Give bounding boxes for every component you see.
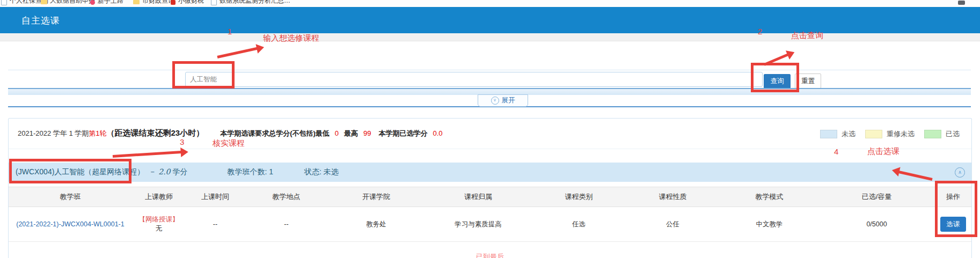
col-place: 教学地点 <box>245 187 328 207</box>
credit-max-value: 99 <box>363 129 371 137</box>
bookmark-label: 大数据自助申报 <box>50 0 95 7</box>
course-credit-unit: 学分 <box>172 167 187 176</box>
course-dash: － <box>149 167 156 176</box>
page-icon <box>211 0 217 5</box>
cell-belong: 学习与素质提高 <box>425 207 532 242</box>
class-table: 教学班 上课教师 上课时间 教学地点 开课学院 课程归属 课程类别 课程性质 教… <box>9 187 972 242</box>
red-square-icon <box>171 0 175 5</box>
page-title: 自主选课 <box>21 14 60 27</box>
col-time: 上课时间 <box>186 187 245 207</box>
cell-class-code: (2021-2022-1)-JWCX004-WL0001-1 <box>9 207 132 242</box>
cell-time: -- <box>186 207 245 242</box>
cell-mode: 中文教学 <box>720 207 819 242</box>
folder-icon <box>41 0 47 4</box>
legend-swatch-retake <box>865 130 882 138</box>
semester-round: 第1轮 <box>89 129 106 138</box>
legend-swatch-unselected <box>820 130 837 138</box>
course-credit-value: 2.0 <box>158 167 170 176</box>
bookmark-label: 小微财税 <box>178 0 204 7</box>
legend-label: 未选 <box>842 129 855 139</box>
page-icon <box>1 0 7 5</box>
legend-item-selected: 已选 <box>924 129 960 139</box>
cell-nature: 公任 <box>626 207 720 242</box>
legend-label: 已选 <box>946 129 960 139</box>
credit-req-label: 本学期选课要求总学分(不包括)最低 <box>220 129 330 138</box>
course-status: 状态: 未选 <box>304 167 339 177</box>
selected-credit-value: 0.0 <box>433 129 443 137</box>
class-code-link[interactable]: (2021-2022-1)-JWCX004-WL0001-1 <box>16 220 124 228</box>
credit-max-label: 最高 <box>344 129 358 138</box>
cell-place: -- <box>245 207 328 242</box>
annotation-arrow-1 <box>217 47 257 58</box>
annotation-rect-course-title <box>9 159 131 183</box>
bookmark-item[interactable]: 新手上路 <box>90 0 123 7</box>
expand-toggle[interactable]: ∨ 展开 <box>478 94 528 107</box>
annotation-rect-query-button <box>751 63 799 92</box>
legend-swatch-selected <box>924 130 941 138</box>
annotation-step3-label: 核实课程 <box>213 138 245 149</box>
course-search-input[interactable] <box>185 72 763 87</box>
annotation-step1-number: 1 <box>228 27 232 36</box>
header-sub-bar <box>0 33 980 41</box>
col-category: 课程类别 <box>532 187 626 207</box>
selected-credit-label: 本学期已选学分 <box>379 129 428 138</box>
col-teacher: 上课教师 <box>132 187 186 207</box>
course-credit: － 2.0 学分 <box>149 167 187 177</box>
app-header: 自主选课 <box>0 7 980 33</box>
cell-college: 教务处 <box>328 207 425 242</box>
annotation-step4-label: 点击选课 <box>867 146 899 157</box>
bookmark-label: 新手上路 <box>98 0 123 7</box>
cell-category: 任选 <box>532 207 626 242</box>
selection-countdown: （距选课结束还剩23小时） <box>106 128 204 138</box>
class-count: 教学班个数: 1 <box>227 167 273 177</box>
end-of-list-text: 已到最后 <box>9 252 971 258</box>
cell-capacity: 0/5000 <box>819 207 934 242</box>
chevron-up-circle-icon[interactable]: ∧ <box>955 167 965 178</box>
annotation-rect-select-button <box>935 181 977 237</box>
table-row: (2021-2022-1)-JWCX004-WL0001-1 【网络授课】 无 … <box>9 207 972 242</box>
folder-icon <box>133 0 140 4</box>
cell-teacher: 【网络授课】 无 <box>132 207 186 242</box>
divider <box>9 149 971 149</box>
col-mode: 教学模式 <box>720 187 819 207</box>
bookmark-item[interactable]: 数据系统监测分析汇总… <box>211 0 290 7</box>
col-nature: 课程性质 <box>626 187 720 207</box>
annotation-step1-label: 输入想选修课程 <box>263 33 319 43</box>
course-group-header[interactable]: (JWCX004)人工智能（超星网络课程） － 2.0 学分 教学班个数: 1 … <box>9 163 971 182</box>
col-college: 开课学院 <box>328 187 425 207</box>
bookmark-item[interactable]: 大数据自助申报 <box>41 0 95 7</box>
annotation-rect-search-input <box>172 61 235 89</box>
annotation-step3-number: 3 <box>180 137 184 146</box>
legend-label: 重修未选 <box>887 129 915 139</box>
status-legend: 未选 重修未选 已选 <box>820 129 960 139</box>
expand-label: 展开 <box>502 96 515 105</box>
teacher-name: 无 <box>133 224 185 233</box>
legend-item-unselected: 未选 <box>820 129 855 139</box>
bookmark-item[interactable]: 小微财税 <box>171 0 204 7</box>
bookmark-label: 市财政查询 <box>142 0 174 7</box>
red-dot-icon <box>90 0 95 5</box>
bookmarks-bar: 个人社保查询 大数据自助申报 新手上路 市财政查询 小微财税 数据系统监测分析汇… <box>0 0 980 7</box>
online-teaching-tag: 【网络授课】 <box>133 215 185 224</box>
col-belong: 课程归属 <box>425 187 532 207</box>
semester-term: 2021-2022 学年 1 学期 <box>18 129 89 138</box>
credit-min-value: 0 <box>335 129 339 137</box>
table-header-row: 教学班 上课教师 上课时间 教学地点 开课学院 课程归属 课程类别 课程性质 教… <box>9 187 972 207</box>
page: 个人社保查询 大数据自助申报 新手上路 市财政查询 小微财税 数据系统监测分析汇… <box>0 0 980 258</box>
bookmark-label: 数据系统监测分析汇总… <box>220 0 290 7</box>
legend-item-retake: 重修未选 <box>865 129 915 139</box>
annotation-step4-number: 4 <box>834 147 838 156</box>
bookmark-item[interactable]: 市财政查询 <box>133 0 174 7</box>
col-capacity: 已选/容量 <box>819 187 934 207</box>
col-class: 教学班 <box>9 187 132 207</box>
annotation-step2-number: 2 <box>758 27 762 36</box>
results-panel: 2021-2022 学年 1 学期 第1轮 （距选课结束还剩23小时） 本学期选… <box>8 118 972 258</box>
chevron-down-circle-icon: ∨ <box>491 97 499 105</box>
devices-icon[interactable] <box>958 1 965 5</box>
semester-info-row: 2021-2022 学年 1 学期 第1轮 （距选课结束还剩23小时） 本学期选… <box>18 128 443 138</box>
annotation-step2-label: 点击查询 <box>791 31 823 41</box>
